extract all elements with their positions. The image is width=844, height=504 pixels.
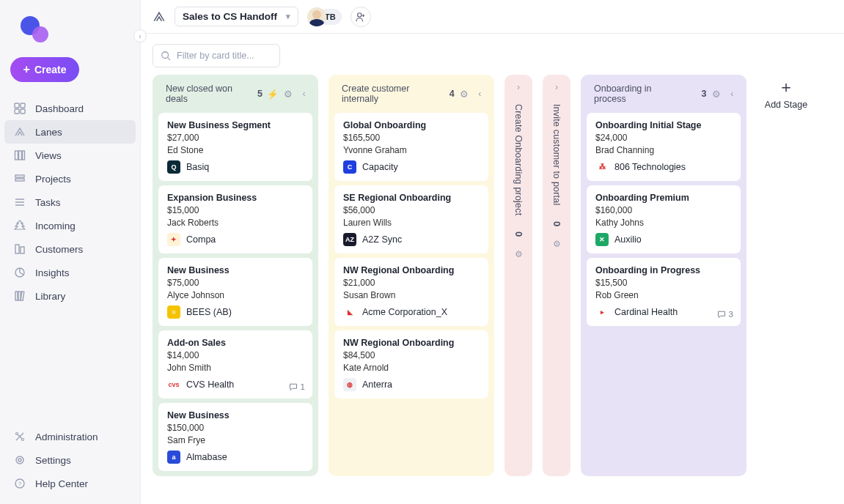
card-title: Expansion Business bbox=[167, 193, 304, 203]
column-cards: New Business Segment$27,000Ed StoneQBasi… bbox=[158, 113, 312, 471]
sidebar-item-tasks[interactable]: Tasks bbox=[4, 190, 136, 214]
card[interactable]: New Business$75,000Alyce Johnson≡BEES (A… bbox=[158, 258, 312, 326]
sidebar-item-library[interactable]: Library bbox=[4, 284, 136, 308]
card-owner: Lauren Wills bbox=[343, 218, 480, 228]
collapse-sidebar-handle[interactable]: ‹ bbox=[133, 29, 147, 42]
card[interactable]: SE Regional Onboarding$56,000Lauren Will… bbox=[334, 185, 488, 253]
column-collapsed-invite-customer[interactable]: › Invite customer to portal 0 ⚙ bbox=[543, 75, 570, 476]
column-create-customer: Create customer internally 4 ⚙ ‹ Global … bbox=[329, 75, 494, 476]
gear-icon bbox=[13, 453, 26, 467]
projects-icon bbox=[13, 172, 26, 185]
comment-indicator[interactable]: 3 bbox=[717, 310, 733, 319]
sidebar-item-projects[interactable]: Projects bbox=[4, 167, 136, 190]
card-title: Onboarding Initial Stage bbox=[595, 120, 732, 130]
card-title: Onboarding in Progress bbox=[595, 265, 732, 275]
card[interactable]: Onboarding in Progress$15,500Rob Green▸C… bbox=[587, 258, 741, 326]
card-company: AZA2Z Sync bbox=[343, 233, 480, 246]
column-collapsed-create-onboarding[interactable]: › Create Onboarding project 0 ⚙ bbox=[504, 75, 532, 476]
company-name: BEES (AB) bbox=[186, 307, 232, 317]
card-company: ✕Auxilio bbox=[595, 233, 732, 246]
svg-point-17 bbox=[16, 456, 23, 464]
chevron-left-icon[interactable]: ‹ bbox=[727, 89, 738, 99]
search-input-wrapper[interactable] bbox=[153, 44, 280, 67]
sidebar: + Create Dashboard Lanes Views Project bbox=[0, 0, 141, 504]
chevron-left-icon[interactable]: ‹ bbox=[298, 89, 309, 99]
card[interactable]: New Business Segment$27,000Ed StoneQBasi… bbox=[158, 113, 312, 181]
card-amount: $150,000 bbox=[167, 423, 304, 433]
card-company: ◣Acme Corporation_X bbox=[343, 305, 480, 319]
sidebar-item-administration[interactable]: Administration bbox=[4, 425, 136, 448]
gear-icon: ⚙ bbox=[553, 239, 561, 249]
card-owner: Brad Channing bbox=[595, 145, 732, 155]
card-amount: $21,000 bbox=[343, 278, 480, 288]
card[interactable]: NW Regional Onboarding$21,000Susan Brown… bbox=[334, 258, 488, 326]
card[interactable]: Global Onboarding$165,500Yvonne GrahamCC… bbox=[334, 113, 488, 181]
column-header: Create customer internally 4 ⚙ ‹ bbox=[334, 81, 488, 108]
comment-indicator[interactable]: 1 bbox=[289, 382, 305, 391]
nav-bottom: Administration Settings ? Help Center bbox=[4, 425, 136, 495]
card-title: Add-on Sales bbox=[167, 338, 304, 348]
column-onboarding-process: Onboarding in process 3 ⚙ ‹ Onboarding I… bbox=[581, 75, 746, 476]
card[interactable]: NW Regional Onboarding$84,500Kate Arnold… bbox=[334, 330, 488, 399]
gear-icon[interactable]: ⚙ bbox=[459, 89, 470, 100]
topbar: Sales to CS Handoff ▾ TB bbox=[141, 0, 844, 34]
company-name: Acme Corporation_X bbox=[362, 307, 447, 317]
card[interactable]: Expansion Business$15,000Jack Roberts✦Co… bbox=[158, 185, 312, 253]
card-company: ▸Cardinal Health bbox=[595, 305, 732, 319]
help-icon: ? bbox=[13, 477, 26, 490]
sidebar-item-label: Dashboard bbox=[35, 103, 84, 114]
svg-point-21 bbox=[357, 12, 361, 16]
chevron-left-icon[interactable]: ‹ bbox=[474, 89, 485, 99]
card[interactable]: Add-on Sales$14,000John SmithcvsCVS Heal… bbox=[158, 330, 312, 399]
column-title: New closed won deals bbox=[166, 84, 252, 104]
sidebar-item-settings[interactable]: Settings bbox=[4, 448, 136, 472]
column-title: Onboarding in process bbox=[594, 84, 682, 104]
card-owner: Ed Stone bbox=[167, 145, 304, 155]
svg-rect-12 bbox=[15, 292, 18, 300]
sidebar-item-incoming[interactable]: Incoming bbox=[4, 214, 136, 237]
user-avatar[interactable] bbox=[307, 7, 326, 26]
app-logo bbox=[19, 16, 48, 45]
svg-rect-4 bbox=[15, 151, 18, 160]
svg-rect-10 bbox=[21, 247, 24, 253]
admin-icon bbox=[13, 430, 26, 443]
card-owner: Alyce Johnson bbox=[167, 290, 304, 300]
sidebar-item-customers[interactable]: Customers bbox=[4, 237, 136, 261]
svg-rect-7 bbox=[15, 175, 24, 177]
dashboard-icon bbox=[13, 102, 26, 115]
card-title: NW Regional Onboarding bbox=[343, 265, 480, 275]
card-company: ◍Anterra bbox=[343, 378, 480, 391]
customers-icon bbox=[13, 242, 26, 256]
comment-count: 1 bbox=[301, 382, 305, 391]
add-stage-button[interactable]: ＋ Add Stage bbox=[757, 75, 815, 110]
svg-rect-14 bbox=[21, 292, 24, 300]
card-amount: $24,000 bbox=[595, 133, 732, 143]
lane-selector[interactable]: Sales to CS Handoff ▾ bbox=[175, 7, 298, 26]
company-name: Compa bbox=[186, 234, 216, 245]
add-collaborator-button[interactable] bbox=[351, 7, 371, 27]
card[interactable]: Onboarding Premium$160,000Kathy Johns✕Au… bbox=[587, 185, 741, 253]
company-logo-icon: ▸ bbox=[595, 305, 609, 319]
sidebar-item-lanes[interactable]: Lanes bbox=[4, 120, 136, 144]
card[interactable]: New Business$150,000Sam FryeaAlmabase bbox=[158, 403, 312, 471]
card-company: cvsCVS Health bbox=[167, 378, 304, 391]
column-new-closed-won: New closed won deals 5 ⚡ ⚙ ‹ New Busines… bbox=[153, 75, 318, 476]
sidebar-item-views[interactable]: Views bbox=[4, 144, 136, 167]
company-name: 806 Technologies bbox=[614, 162, 686, 172]
sidebar-item-dashboard[interactable]: Dashboard bbox=[4, 97, 136, 120]
gear-icon[interactable]: ⚙ bbox=[711, 89, 722, 100]
sidebar-item-insights[interactable]: Insights bbox=[4, 261, 136, 284]
sidebar-item-help[interactable]: ? Help Center bbox=[4, 472, 136, 495]
card-title: Global Onboarding bbox=[343, 120, 480, 130]
gear-icon[interactable]: ⚙ bbox=[283, 89, 294, 100]
sidebar-item-label: Library bbox=[35, 291, 65, 302]
lanes-icon bbox=[13, 125, 26, 138]
search-input[interactable] bbox=[177, 51, 292, 61]
gear-icon: ⚙ bbox=[515, 249, 523, 259]
card[interactable]: Onboarding Initial Stage$24,000Brad Chan… bbox=[587, 113, 741, 181]
svg-rect-2 bbox=[15, 109, 19, 114]
bolt-icon[interactable]: ⚡ bbox=[267, 89, 279, 100]
company-logo-icon: ✕ bbox=[595, 233, 609, 246]
create-button[interactable]: + Create bbox=[10, 57, 79, 82]
kanban-board: New closed won deals 5 ⚡ ⚙ ‹ New Busines… bbox=[141, 75, 844, 504]
